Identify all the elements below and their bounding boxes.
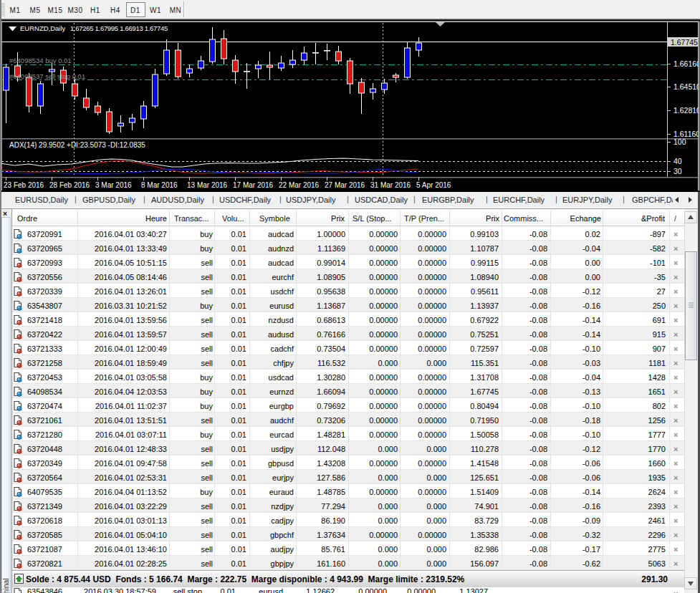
- svg-text:1.62810: 1.62810: [673, 106, 700, 115]
- svg-text:100: 100: [673, 138, 686, 146]
- svg-text:17 Mar 2016: 17 Mar 2016: [233, 181, 274, 189]
- svg-text:13 Mar 2016: 13 Mar 2016: [187, 181, 228, 189]
- svg-text:30: 30: [673, 167, 682, 175]
- svg-text:40: 40: [673, 157, 682, 165]
- svg-text:EURNZD,Daily: EURNZD,Daily: [20, 24, 66, 32]
- svg-text:28 Feb 2016: 28 Feb 2016: [49, 181, 90, 189]
- svg-text:23 Feb 2016: 23 Feb 2016: [4, 181, 44, 189]
- svg-text:27 Mar 2016: 27 Mar 2016: [325, 181, 365, 189]
- svg-text:1.66160: 1.66160: [673, 59, 700, 68]
- svg-text:1.67265 1.67995 1.66913 1.6774: 1.67265 1.67995 1.66913 1.67745: [70, 24, 168, 32]
- svg-text:1.64510: 1.64510: [673, 82, 700, 91]
- svg-text:22 Mar 2016: 22 Mar 2016: [279, 181, 320, 189]
- svg-text:31 Mar 2016: 31 Mar 2016: [370, 181, 411, 189]
- svg-text:ADX(14) 29.9502 +DI:23.5073 -D: ADX(14) 29.9502 +DI:23.5073 -DI:12.0835: [9, 141, 145, 149]
- svg-text:#64098537 sell stop 0.01: #64098537 sell stop 0.01: [9, 72, 85, 80]
- svg-text:1.67745: 1.67745: [671, 38, 698, 47]
- svg-text:#64098534 buy 0.01: #64098534 buy 0.01: [9, 57, 72, 64]
- svg-text:5 Apr 2016: 5 Apr 2016: [416, 181, 451, 189]
- svg-text:3 Mar 2016: 3 Mar 2016: [95, 181, 132, 189]
- svg-text:8 Mar 2016: 8 Mar 2016: [141, 181, 178, 189]
